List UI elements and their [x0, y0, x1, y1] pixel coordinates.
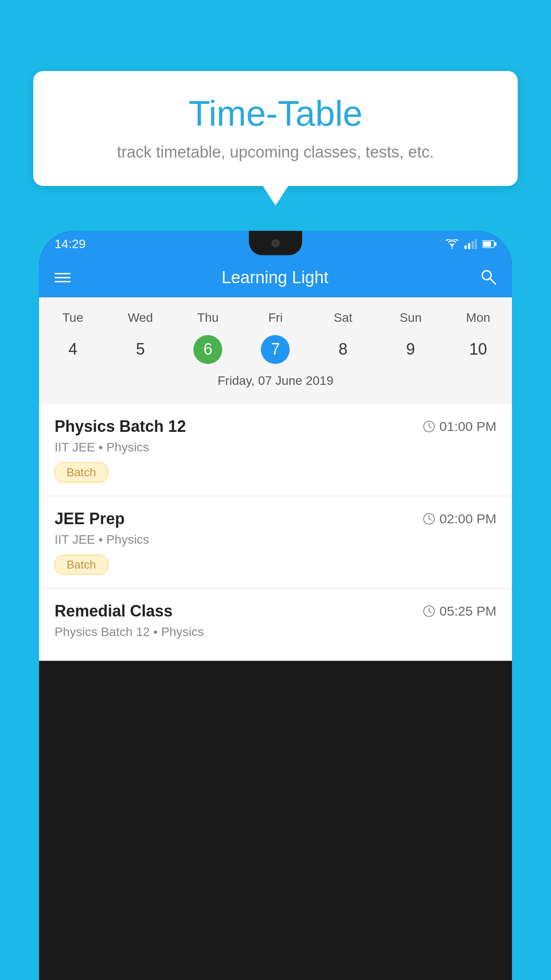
schedule-item-2-time: 02:00 PM	[423, 511, 496, 526]
day-wed[interactable]: Wed	[106, 311, 174, 325]
status-bar: 14:29	[39, 231, 512, 257]
schedule-item-1[interactable]: Physics Batch 12 01:00 PM IIT JEE • Phys…	[39, 404, 512, 496]
schedule-item-3[interactable]: Remedial Class 05:25 PM Physics Batch 12…	[39, 589, 512, 661]
day-tue[interactable]: Tue	[39, 311, 106, 325]
status-icons	[445, 239, 496, 249]
date-cell-6[interactable]: 6	[174, 334, 242, 365]
schedule-item-1-header: Physics Batch 12 01:00 PM	[55, 417, 496, 436]
status-time: 14:29	[55, 237, 86, 251]
calendar: Tue Wed Thu Fri Sat Sun Mon 4 5 6 7 8	[39, 297, 512, 404]
svg-rect-4	[475, 239, 477, 249]
date-cell-7[interactable]: 7	[242, 334, 309, 365]
date-cell-9[interactable]: 9	[377, 334, 444, 365]
date-cell-5[interactable]: 5	[106, 334, 174, 365]
wifi-icon	[445, 239, 459, 249]
tooltip-subtitle: track timetable, upcoming classes, tests…	[60, 143, 491, 162]
schedule-item-3-header: Remedial Class 05:25 PM	[55, 602, 496, 620]
day-fri[interactable]: Fri	[242, 311, 309, 325]
date-cell-10[interactable]: 10	[445, 334, 512, 365]
clock-icon-3	[423, 605, 435, 617]
svg-rect-1	[464, 245, 467, 249]
schedule-list: Physics Batch 12 01:00 PM IIT JEE • Phys…	[39, 404, 512, 661]
svg-rect-7	[483, 241, 491, 247]
selected-date-label: Friday, 07 June 2019	[39, 369, 512, 395]
schedule-item-3-time: 05:25 PM	[423, 604, 496, 619]
svg-rect-6	[495, 242, 496, 246]
schedule-item-2[interactable]: JEE Prep 02:00 PM IIT JEE • Physics Batc…	[39, 496, 512, 589]
svg-line-12	[429, 427, 431, 428]
schedule-item-1-title: Physics Batch 12	[55, 417, 186, 436]
svg-line-15	[429, 519, 431, 520]
schedule-item-3-title: Remedial Class	[55, 602, 173, 620]
svg-line-18	[429, 611, 431, 612]
day-sun[interactable]: Sun	[377, 311, 444, 325]
svg-rect-3	[472, 241, 474, 249]
calendar-days-header: Tue Wed Thu Fri Sat Sun Mon	[39, 306, 512, 329]
schedule-item-1-badge: Batch	[55, 462, 108, 482]
phone-notch	[249, 231, 302, 255]
clock-icon-1	[423, 420, 435, 433]
search-button[interactable]	[480, 268, 496, 287]
schedule-item-2-subtitle: IIT JEE • Physics	[55, 533, 496, 547]
search-icon	[480, 268, 496, 285]
day-sat[interactable]: Sat	[309, 311, 377, 325]
schedule-item-2-title: JEE Prep	[55, 510, 125, 528]
date-cell-4[interactable]: 4	[39, 334, 106, 365]
menu-icon[interactable]	[55, 273, 71, 282]
date-cell-8[interactable]: 8	[309, 334, 377, 365]
tooltip-bubble: Time-Table track timetable, upcoming cla…	[33, 71, 518, 186]
app-bar-title: Learning Light	[222, 268, 329, 287]
clock-icon-2	[423, 513, 435, 525]
phone-frame: 14:29	[39, 231, 512, 980]
camera-dot	[272, 239, 279, 247]
schedule-item-2-badge: Batch	[55, 555, 108, 575]
day-mon[interactable]: Mon	[445, 311, 512, 325]
schedule-item-2-header: JEE Prep 02:00 PM	[55, 510, 496, 528]
app-bar: Learning Light	[39, 257, 512, 297]
svg-rect-2	[468, 243, 470, 249]
schedule-item-1-subtitle: IIT JEE • Physics	[55, 440, 496, 454]
schedule-item-3-subtitle: Physics Batch 12 • Physics	[55, 625, 496, 639]
tooltip-title: Time-Table	[60, 93, 491, 134]
svg-marker-0	[449, 244, 455, 247]
battery-icon	[482, 240, 496, 248]
schedule-item-1-time: 01:00 PM	[423, 419, 496, 434]
svg-line-9	[490, 279, 496, 284]
calendar-dates: 4 5 6 7 8 9 10	[39, 329, 512, 369]
signal-icon	[464, 239, 477, 249]
day-thu[interactable]: Thu	[174, 311, 242, 325]
